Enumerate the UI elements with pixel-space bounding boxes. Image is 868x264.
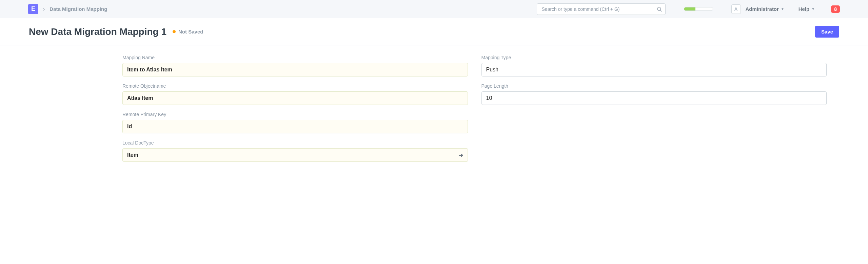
- page-header: New Data Migration Mapping 1 Not Saved S…: [0, 18, 868, 45]
- breadcrumb[interactable]: Data Migration Mapping: [50, 6, 107, 12]
- help-menu[interactable]: Help ▼: [798, 6, 815, 12]
- label-remote-objectname: Remote Objectname: [122, 83, 468, 89]
- save-button[interactable]: Save: [815, 26, 839, 38]
- field-page-length: Page Length: [481, 83, 827, 105]
- field-mapping-name: Mapping Name: [122, 55, 468, 76]
- input-remote-objectname[interactable]: [122, 91, 468, 105]
- search-input[interactable]: [537, 3, 666, 15]
- remote-primary-key-input[interactable]: [127, 124, 463, 130]
- form-body: Mapping Name Mapping Type Push Remote Ob…: [110, 45, 839, 174]
- input-page-length[interactable]: [481, 91, 827, 105]
- svg-point-0: [657, 7, 660, 10]
- help-menu-label: Help: [798, 6, 810, 12]
- remote-objectname-input[interactable]: [127, 95, 463, 101]
- avatar[interactable]: A: [731, 4, 741, 14]
- status-text: Not Saved: [178, 29, 203, 35]
- page-length-input[interactable]: [486, 95, 822, 101]
- chevron-down-icon: ▼: [781, 7, 784, 11]
- setup-progress[interactable]: [684, 7, 713, 11]
- input-mapping-name[interactable]: [122, 63, 468, 76]
- notification-badge[interactable]: 8: [831, 5, 840, 13]
- chevron-down-icon: ▼: [811, 7, 815, 11]
- mapping-name-input[interactable]: [127, 67, 463, 73]
- field-mapping-type: Mapping Type Push: [481, 55, 827, 76]
- user-menu-label: Administrator: [746, 6, 779, 12]
- arrow-right-icon[interactable]: ➜: [459, 152, 463, 158]
- input-remote-primary-key[interactable]: [122, 120, 468, 133]
- chevron-right-icon: ›: [43, 6, 45, 12]
- user-menu[interactable]: Administrator ▼: [746, 6, 784, 12]
- top-navbar: E › Data Migration Mapping A Administrat…: [0, 0, 868, 18]
- local-doctype-input[interactable]: [127, 152, 459, 158]
- search-icon: [656, 6, 662, 12]
- field-remote-primary-key: Remote Primary Key: [122, 112, 468, 133]
- global-search[interactable]: [537, 3, 666, 15]
- status-dot-icon: [173, 30, 176, 33]
- form-sidebar: [29, 45, 110, 174]
- page-title: New Data Migration Mapping 1: [29, 26, 166, 37]
- label-local-doctype: Local DocType: [122, 140, 468, 146]
- label-remote-primary-key: Remote Primary Key: [122, 112, 468, 117]
- label-page-length: Page Length: [481, 83, 827, 89]
- label-mapping-type: Mapping Type: [481, 55, 827, 60]
- save-status: Not Saved: [173, 29, 203, 35]
- svg-line-1: [660, 10, 661, 11]
- field-local-doctype: Local DocType ➜: [122, 140, 468, 162]
- link-local-doctype[interactable]: ➜: [122, 148, 468, 162]
- field-remote-objectname: Remote Objectname: [122, 83, 468, 105]
- mapping-type-value: Push: [486, 67, 498, 73]
- select-mapping-type[interactable]: Push: [481, 63, 827, 76]
- label-mapping-name: Mapping Name: [122, 55, 468, 60]
- brand-logo[interactable]: E: [28, 4, 38, 14]
- setup-progress-fill: [684, 7, 696, 10]
